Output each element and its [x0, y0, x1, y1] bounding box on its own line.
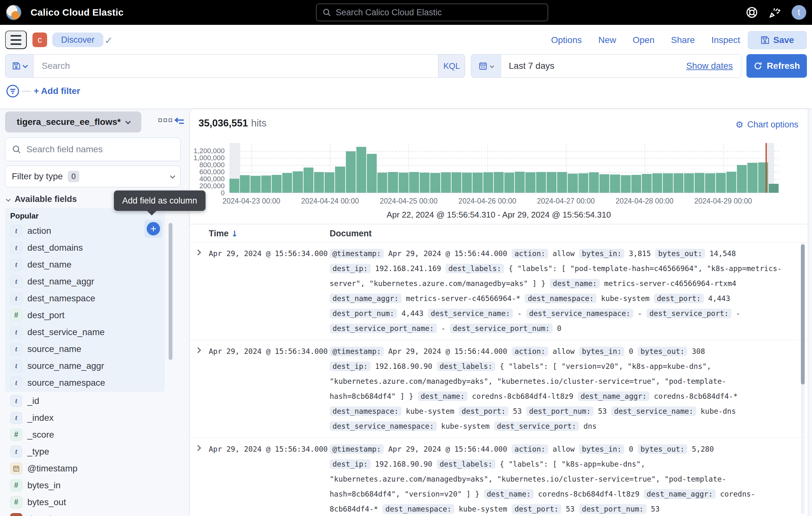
- index-pattern-selector[interactable]: tigera_secure_ee_flows*: [5, 111, 141, 133]
- expand-row-button[interactable]: [190, 442, 209, 516]
- histogram-bar[interactable]: [769, 184, 779, 193]
- menu-item-open[interactable]: Open: [633, 35, 655, 45]
- field-item-source_name[interactable]: tsource_name: [5, 341, 165, 357]
- collapse-sidebar-icon[interactable]: [173, 115, 186, 128]
- field-item-source_name_aggr[interactable]: tsource_name_aggr: [5, 357, 165, 374]
- histogram-bar[interactable]: [557, 172, 567, 193]
- date-quick-select-button[interactable]: [471, 54, 501, 77]
- field-item-@timestamp[interactable]: @timestamp: [5, 460, 165, 477]
- histogram-bar[interactable]: [430, 173, 440, 193]
- histogram-bar[interactable]: [441, 172, 451, 193]
- field-item-bytes_out[interactable]: #bytes_out: [5, 494, 165, 511]
- histogram-bar[interactable]: [335, 167, 345, 193]
- histogram-bar[interactable]: [525, 172, 535, 193]
- histogram-bar[interactable]: [272, 175, 282, 193]
- histogram-bar[interactable]: [705, 173, 715, 193]
- global-search-input[interactable]: Search Calico Cloud Elastic: [316, 3, 548, 21]
- field-item-action[interactable]: taction+: [5, 222, 165, 239]
- breadcrumb[interactable]: Discover: [52, 32, 104, 47]
- saved-query-menu-button[interactable]: [5, 54, 33, 77]
- histogram-bar[interactable]: [568, 173, 578, 193]
- save-button[interactable]: Save: [748, 31, 807, 49]
- sidebar-scrollbar[interactable]: [169, 223, 172, 360]
- histogram-bar[interactable]: [504, 173, 514, 193]
- chart-options-button[interactable]: ⚙ Chart options: [735, 119, 798, 130]
- field-item-dest_namespace[interactable]: tdest_namespace: [5, 290, 165, 307]
- histogram-bar[interactable]: [356, 147, 366, 193]
- filter-menu-icon[interactable]: [6, 84, 20, 98]
- histogram-bar[interactable]: [303, 167, 313, 193]
- histogram-bar[interactable]: [726, 172, 736, 193]
- available-fields-header[interactable]: Available fields: [6, 194, 77, 204]
- histogram-chart[interactable]: [229, 143, 779, 193]
- histogram-bar[interactable]: [515, 172, 525, 193]
- histogram-bar[interactable]: [388, 172, 398, 193]
- histogram-bar[interactable]: [747, 163, 757, 193]
- histogram-bar[interactable]: [409, 172, 419, 193]
- menu-item-inspect[interactable]: Inspect: [712, 35, 740, 45]
- histogram-bar[interactable]: [452, 172, 461, 193]
- field-item-source_namespace[interactable]: tsource_namespace: [5, 374, 165, 391]
- menu-item-new[interactable]: New: [598, 35, 616, 45]
- time-column-header[interactable]: Time ↓: [209, 229, 238, 239]
- user-avatar[interactable]: t: [792, 5, 806, 20]
- space-avatar[interactable]: c: [32, 32, 47, 47]
- histogram-bar[interactable]: [716, 173, 726, 193]
- histogram-bar[interactable]: [346, 151, 356, 193]
- add-filter-button[interactable]: + Add filter: [34, 86, 80, 96]
- field-item-dest_ip[interactable]: IPdest_ip: [5, 511, 165, 516]
- histogram-bar[interactable]: [377, 173, 387, 193]
- histogram-bar[interactable]: [240, 175, 250, 193]
- histogram-bar[interactable]: [536, 172, 546, 193]
- table-scrollbar-thumb[interactable]: [801, 244, 805, 384]
- add-field-as-column-button[interactable]: +: [147, 222, 160, 235]
- histogram-bar[interactable]: [282, 173, 292, 193]
- refresh-button[interactable]: Refresh: [747, 54, 807, 78]
- news-icon[interactable]: [769, 6, 781, 19]
- field-item-dest_name[interactable]: tdest_name: [5, 256, 165, 273]
- histogram-bar[interactable]: [472, 173, 482, 193]
- histogram-bar[interactable]: [494, 172, 504, 193]
- histogram-bar[interactable]: [261, 175, 271, 193]
- histogram-bar[interactable]: [684, 173, 694, 193]
- histogram-bar[interactable]: [314, 172, 324, 193]
- field-item-_score[interactable]: #_score: [5, 426, 165, 443]
- histogram-bar[interactable]: [652, 173, 662, 193]
- field-layout-icon[interactable]: [158, 118, 172, 122]
- field-item-dest_domains[interactable]: tdest_domains: [5, 239, 165, 256]
- filter-by-type-dropdown[interactable]: Filter by type 0: [5, 166, 181, 187]
- sort-descending-icon[interactable]: ↓: [231, 229, 238, 239]
- expand-row-button[interactable]: [190, 246, 209, 336]
- histogram-bar[interactable]: [695, 173, 704, 193]
- histogram-bar[interactable]: [547, 172, 556, 193]
- histogram-bar[interactable]: [367, 154, 377, 193]
- histogram-bar[interactable]: [399, 173, 409, 193]
- help-icon[interactable]: [746, 6, 758, 19]
- histogram-bar[interactable]: [293, 171, 302, 193]
- field-item-dest_service_name[interactable]: tdest_service_name: [5, 324, 165, 341]
- histogram-bar[interactable]: [642, 174, 651, 193]
- histogram-bar[interactable]: [610, 174, 620, 193]
- histogram-bar[interactable]: [462, 173, 472, 193]
- expand-row-button[interactable]: [190, 344, 209, 434]
- histogram-bar[interactable]: [631, 175, 641, 193]
- histogram-bar[interactable]: [600, 174, 609, 193]
- menu-item-options[interactable]: Options: [551, 35, 582, 45]
- histogram-bar[interactable]: [621, 175, 631, 193]
- field-item-dest_port[interactable]: #dest_port: [5, 307, 165, 324]
- histogram-bar[interactable]: [663, 173, 673, 193]
- field-search-input[interactable]: Search field names: [5, 138, 181, 161]
- histogram-bar[interactable]: [674, 173, 684, 193]
- histogram-bar[interactable]: [737, 165, 747, 193]
- query-language-button[interactable]: KQL: [438, 54, 465, 77]
- kql-search-input[interactable]: Search: [33, 54, 438, 77]
- show-dates-button[interactable]: Show dates: [678, 54, 741, 77]
- histogram-bar[interactable]: [483, 172, 493, 193]
- field-item-dest_name_aggr[interactable]: tdest_name_aggr: [5, 273, 165, 290]
- field-item-_type[interactable]: t_type: [5, 443, 165, 460]
- field-item-_index[interactable]: t_index: [5, 409, 165, 426]
- histogram-bar[interactable]: [324, 172, 335, 193]
- field-item-bytes_in[interactable]: #bytes_in: [5, 477, 165, 494]
- field-item-_id[interactable]: t_id: [5, 392, 165, 409]
- menu-item-share[interactable]: Share: [671, 35, 695, 45]
